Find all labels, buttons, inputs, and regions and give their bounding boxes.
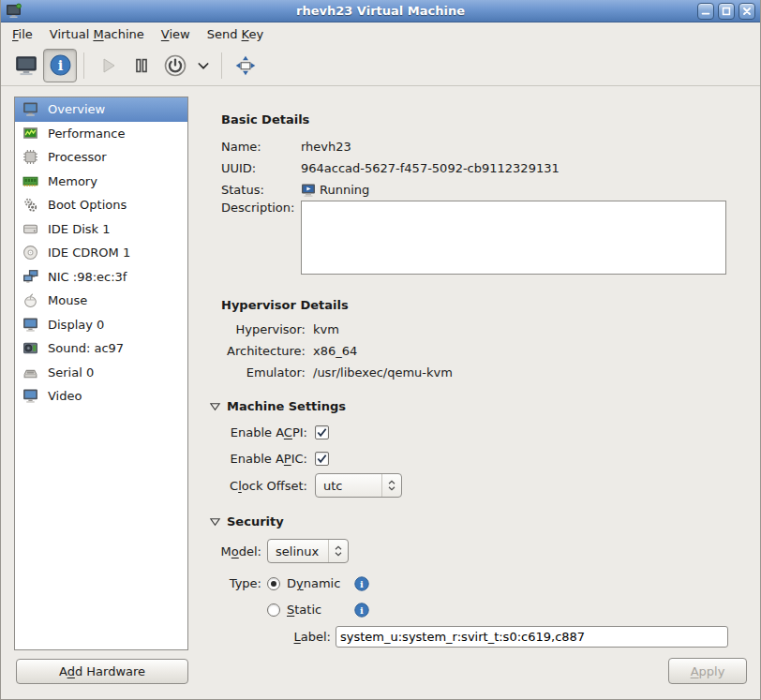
window-title: rhevh23 Virtual Machine (1, 4, 760, 18)
toolbar-separator (221, 52, 222, 79)
combo-arrows-icon (328, 540, 348, 562)
sidebar-item-overview[interactable]: Overview (15, 97, 187, 122)
security-model-label: Model: (209, 544, 261, 559)
menu-virtual-machine[interactable]: Virtual Machine (41, 24, 153, 44)
cpu-icon (22, 149, 38, 165)
sidebar-item-label: Video (48, 389, 82, 403)
pause-icon (131, 55, 152, 76)
maximize-button[interactable] (718, 3, 735, 20)
sidebar-item-label: IDE CDROM 1 (48, 246, 130, 260)
security-model-row: Model: selinux (209, 539, 751, 563)
combo-arrows-icon (381, 474, 401, 497)
security-type-dynamic-row: Type: Dynamic i (209, 574, 751, 592)
sidebar-item-ide-disk-1[interactable]: IDE Disk 1 (15, 217, 187, 242)
monitor-icon (22, 388, 38, 404)
minimize-button[interactable] (697, 3, 714, 20)
security-expander[interactable]: Security (209, 514, 751, 529)
menu-send-key[interactable]: Send Key (199, 24, 272, 44)
sidebar-item-nic[interactable]: NIC :98:ec:3f (15, 265, 187, 290)
monitor-icon (14, 53, 38, 78)
menubar: File Virtual Machine View Send Key (1, 22, 760, 45)
emulator-value: /usr/libexec/qemu-kvm (313, 365, 453, 380)
info-icon: i (49, 53, 72, 77)
sidebar-item-boot-options[interactable]: Boot Options (15, 193, 187, 217)
sidebar-item-processor[interactable]: Processor (15, 145, 187, 170)
enable-apic-checkbox[interactable] (315, 452, 329, 466)
svg-text:i: i (57, 57, 63, 73)
description-row: Description: (209, 201, 751, 275)
svg-text:i: i (360, 605, 364, 616)
enable-acpi-checkbox[interactable] (315, 425, 329, 439)
menu-file[interactable]: File (4, 24, 41, 44)
add-hardware-button[interactable]: Add Hardware (16, 659, 188, 684)
maximize-icon (721, 6, 732, 17)
sidebar-item-label: Display 0 (48, 318, 104, 332)
description-input[interactable] (301, 201, 726, 275)
uuid-row: UUID: 964accad-5627-f457-5092-cb91123291… (209, 157, 751, 179)
sidebar-item-label: Mouse (48, 293, 87, 307)
cdrom-icon (22, 245, 38, 261)
name-label: Name: (221, 140, 301, 154)
titlebar[interactable]: rhevh23 Virtual Machine (1, 0, 760, 22)
status-value: Running (320, 183, 369, 197)
status-label: Status: (221, 183, 301, 197)
clock-offset-select[interactable]: utc (315, 473, 402, 498)
soundcard-icon (22, 340, 38, 356)
sidebar-item-memory[interactable]: Memory (15, 170, 187, 194)
sidebar-item-mouse[interactable]: Mouse (15, 289, 187, 313)
run-button[interactable] (91, 49, 125, 82)
show-console-button[interactable] (9, 49, 43, 82)
machine-settings-expander[interactable]: Machine Settings (209, 398, 751, 414)
enable-apic-label: Enable APIC: (209, 452, 307, 466)
sidebar-item-label: Sound: ac97 (48, 341, 124, 355)
chevron-down-icon (196, 58, 211, 73)
network-icon (22, 269, 38, 285)
sidebar-item-performance[interactable]: Performance (15, 122, 187, 146)
static-radio-label[interactable]: Static (287, 603, 349, 617)
apply-button[interactable]: Apply (668, 658, 747, 684)
architecture-row: Architecture: x86_64 (209, 340, 751, 362)
sidebar-item-display-0[interactable]: Display 0 (15, 313, 187, 337)
vm-monitor-icon (6, 3, 22, 20)
machine-settings-heading: Machine Settings (227, 399, 346, 413)
fullscreen-icon (233, 53, 258, 78)
security-label-row: Label: (209, 626, 751, 648)
sidebar-item-ide-cdrom-1[interactable]: IDE CDROM 1 (15, 241, 187, 265)
pause-button[interactable] (125, 49, 158, 82)
virtual-machine-window: rhevh23 Virtual Machine File Virtual Mac… (0, 0, 761, 700)
security-type-label: Type: (209, 576, 261, 590)
details-pane: Basic Details Name: rhevh23 UUID: 964acc… (209, 94, 751, 648)
security-model-select[interactable]: selinux (267, 539, 349, 563)
shutdown-menu-button[interactable] (192, 49, 215, 82)
vm-running-icon (301, 183, 316, 198)
serial-icon (22, 365, 38, 380)
minimize-icon (700, 6, 711, 17)
expander-open-icon (209, 400, 221, 412)
uuid-label: UUID: (221, 161, 301, 175)
emulator-row: Emulator: /usr/libexec/qemu-kvm (209, 362, 751, 383)
sidebar-item-serial-0[interactable]: Serial 0 (15, 361, 187, 385)
sidebar-item-video[interactable]: Video (15, 384, 187, 409)
sidebar-item-label: Performance (48, 127, 125, 141)
static-radio[interactable] (267, 603, 280, 617)
checkmark-icon (316, 453, 328, 465)
close-button[interactable] (739, 3, 755, 20)
menu-view[interactable]: View (153, 24, 199, 44)
security-label-label: Label: (209, 630, 331, 644)
monitor-icon (22, 317, 38, 333)
fullscreen-button[interactable] (229, 49, 262, 82)
enable-acpi-label: Enable ACPI: (209, 425, 307, 439)
toolbar-separator (83, 52, 84, 79)
dynamic-radio[interactable] (267, 577, 280, 590)
shutdown-button[interactable] (158, 49, 192, 82)
status-row: Status: Running (209, 179, 751, 201)
sidebar-item-label: Serial 0 (48, 365, 94, 380)
sidebar-item-sound[interactable]: Sound: ac97 (15, 336, 187, 361)
basic-details-heading: Basic Details (221, 112, 751, 128)
play-icon (97, 54, 119, 77)
name-value: rhevh23 (301, 140, 351, 154)
security-label-input[interactable] (336, 626, 728, 648)
show-details-button[interactable]: i (43, 49, 77, 82)
dynamic-radio-label[interactable]: Dynamic (287, 576, 349, 590)
sidebar-item-label: Overview (48, 102, 105, 116)
